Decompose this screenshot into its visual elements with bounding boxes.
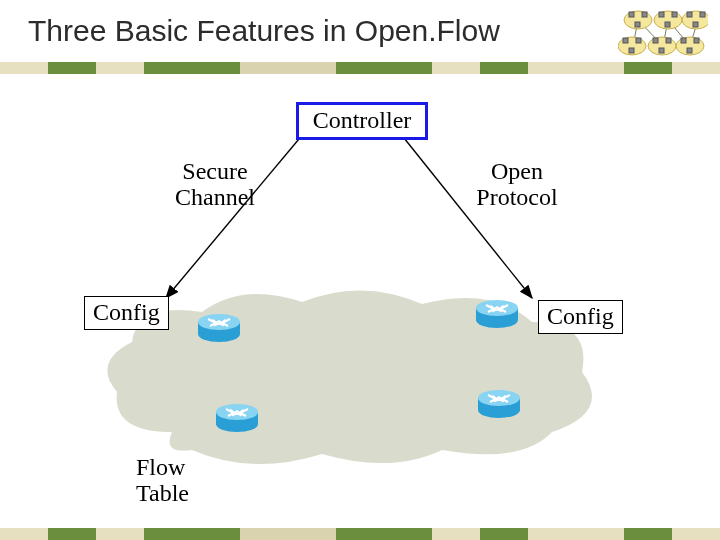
svg-rect-89 bbox=[336, 528, 385, 540]
svg-rect-29 bbox=[0, 62, 49, 74]
router-icon bbox=[196, 310, 242, 342]
svg-rect-28 bbox=[687, 48, 692, 53]
flow-table-label: FlowTable bbox=[136, 454, 216, 507]
svg-rect-95 bbox=[624, 528, 673, 540]
config-left-box: Config bbox=[84, 296, 169, 330]
svg-rect-88 bbox=[288, 528, 337, 540]
svg-rect-20 bbox=[629, 48, 634, 53]
router-icon bbox=[476, 386, 522, 418]
svg-rect-86 bbox=[192, 528, 241, 540]
svg-rect-91 bbox=[432, 528, 481, 540]
open-protocol-label: OpenProtocol bbox=[462, 158, 572, 211]
svg-rect-30 bbox=[48, 62, 97, 74]
svg-rect-43 bbox=[672, 62, 720, 74]
slide-title: Three Basic Features in Open.Flow bbox=[28, 14, 500, 48]
router-icon bbox=[474, 296, 520, 328]
svg-rect-14 bbox=[687, 12, 692, 17]
svg-rect-42 bbox=[624, 62, 673, 74]
network-mesh-icon bbox=[618, 6, 708, 66]
svg-rect-10 bbox=[659, 12, 664, 17]
svg-rect-18 bbox=[623, 38, 628, 43]
svg-rect-41 bbox=[576, 62, 625, 74]
svg-rect-15 bbox=[700, 12, 705, 17]
svg-rect-16 bbox=[693, 22, 698, 27]
stripe-top bbox=[0, 62, 720, 74]
flow-table-text: FlowTable bbox=[136, 454, 189, 506]
svg-rect-34 bbox=[240, 62, 289, 74]
svg-rect-24 bbox=[659, 48, 664, 53]
svg-rect-37 bbox=[384, 62, 433, 74]
svg-rect-7 bbox=[642, 12, 647, 17]
svg-rect-38 bbox=[432, 62, 481, 74]
svg-rect-84 bbox=[96, 528, 145, 540]
router-icon bbox=[214, 400, 260, 432]
svg-rect-87 bbox=[240, 528, 289, 540]
config-right-label: Config bbox=[547, 303, 614, 329]
svg-rect-83 bbox=[48, 528, 97, 540]
svg-rect-22 bbox=[653, 38, 658, 43]
config-left-label: Config bbox=[93, 299, 160, 325]
svg-rect-33 bbox=[192, 62, 241, 74]
controller-label: Controller bbox=[313, 107, 412, 133]
controller-box: Controller bbox=[296, 102, 428, 140]
svg-rect-32 bbox=[144, 62, 193, 74]
svg-rect-19 bbox=[636, 38, 641, 43]
svg-rect-93 bbox=[528, 528, 577, 540]
slide: Three Basic Features in Open.Flow bbox=[0, 0, 720, 540]
svg-rect-26 bbox=[681, 38, 686, 43]
svg-rect-8 bbox=[635, 22, 640, 27]
svg-rect-31 bbox=[96, 62, 145, 74]
secure-channel-text: SecureChannel bbox=[175, 158, 255, 210]
config-right-box: Config bbox=[538, 300, 623, 334]
svg-rect-11 bbox=[672, 12, 677, 17]
open-protocol-text: OpenProtocol bbox=[476, 158, 557, 210]
svg-rect-6 bbox=[629, 12, 634, 17]
svg-rect-23 bbox=[666, 38, 671, 43]
svg-rect-85 bbox=[144, 528, 193, 540]
svg-rect-92 bbox=[480, 528, 529, 540]
svg-rect-12 bbox=[665, 22, 670, 27]
svg-rect-35 bbox=[288, 62, 337, 74]
svg-rect-36 bbox=[336, 62, 385, 74]
svg-rect-94 bbox=[576, 528, 625, 540]
secure-channel-label: SecureChannel bbox=[160, 158, 270, 211]
svg-rect-82 bbox=[0, 528, 49, 540]
stripe-bottom bbox=[0, 528, 720, 540]
svg-rect-90 bbox=[384, 528, 433, 540]
svg-rect-96 bbox=[672, 528, 720, 540]
svg-rect-40 bbox=[528, 62, 577, 74]
svg-rect-39 bbox=[480, 62, 529, 74]
svg-rect-27 bbox=[694, 38, 699, 43]
